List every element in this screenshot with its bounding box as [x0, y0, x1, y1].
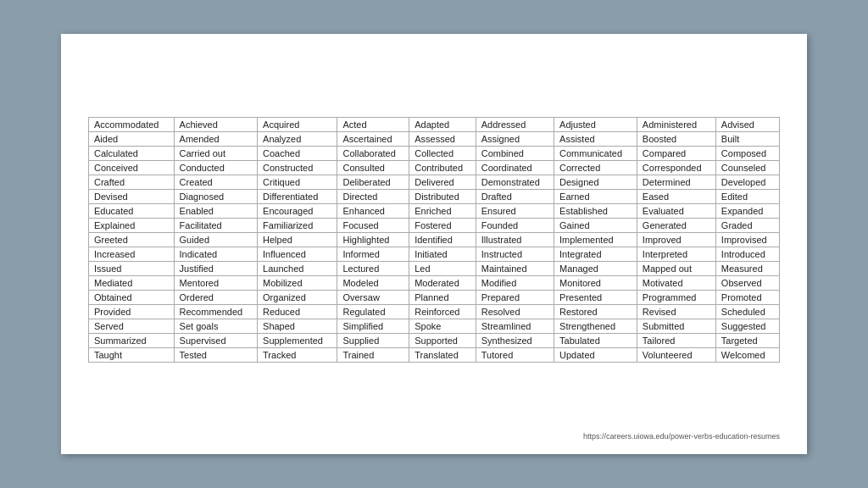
- table-cell: Directed: [337, 190, 409, 204]
- table-cell: Led: [409, 262, 476, 276]
- table-cell: Acquired: [258, 118, 337, 132]
- table-cell: Tutored: [476, 348, 554, 363]
- table-cell: Mediated: [89, 276, 175, 291]
- table-cell: Regulated: [337, 305, 409, 319]
- table-container: AccommodatedAchievedAcquiredActedAdapted…: [88, 54, 780, 425]
- table-cell: Oversaw: [337, 291, 409, 305]
- table-row: DevisedDiagnosedDifferentiatedDirectedDi…: [89, 190, 780, 204]
- table-cell: Addressed: [476, 118, 554, 132]
- table-cell: Graded: [715, 219, 779, 233]
- table-cell: Critiqued: [258, 175, 337, 190]
- table-cell: Enriched: [409, 204, 476, 219]
- table-cell: Presented: [554, 291, 637, 305]
- table-cell: Introduced: [715, 247, 779, 262]
- table-cell: Carried out: [174, 147, 257, 161]
- table-cell: Aided: [89, 132, 175, 147]
- table-cell: Collected: [409, 147, 476, 161]
- table-cell: Tested: [174, 348, 257, 363]
- verbs-table: AccommodatedAchievedAcquiredActedAdapted…: [88, 117, 780, 363]
- table-cell: Delivered: [409, 175, 476, 190]
- table-cell: Modeled: [337, 276, 409, 291]
- table-row: GreetedGuidedHelpedHighlightedIdentified…: [89, 233, 780, 247]
- table-cell: Familiarized: [258, 219, 337, 233]
- table-cell: Coached: [258, 147, 337, 161]
- table-cell: Tabulated: [554, 334, 637, 348]
- table-cell: Obtained: [89, 291, 175, 305]
- table-cell: Assigned: [476, 132, 554, 147]
- table-row: ConceivedConductedConstructedConsultedCo…: [89, 161, 780, 175]
- table-row: IssuedJustifiedLaunchedLecturedLedMainta…: [89, 262, 780, 276]
- table-cell: Improvised: [715, 233, 779, 247]
- table-cell: Crafted: [89, 175, 175, 190]
- table-cell: Diagnosed: [174, 190, 257, 204]
- table-cell: Devised: [89, 190, 175, 204]
- table-cell: Instructed: [476, 247, 554, 262]
- table-cell: Promoted: [715, 291, 779, 305]
- table-cell: Submitted: [637, 319, 715, 334]
- table-cell: Restored: [554, 305, 637, 319]
- table-cell: Integrated: [554, 247, 637, 262]
- table-cell: Tailored: [637, 334, 715, 348]
- table-cell: Revised: [637, 305, 715, 319]
- table-cell: Boosted: [637, 132, 715, 147]
- table-cell: Conducted: [174, 161, 257, 175]
- table-cell: Targeted: [715, 334, 779, 348]
- table-cell: Served: [89, 319, 175, 334]
- table-cell: Demonstrated: [476, 175, 554, 190]
- table-cell: Tracked: [258, 348, 337, 363]
- table-cell: Adapted: [409, 118, 476, 132]
- table-cell: Deliberated: [337, 175, 409, 190]
- slide: AccommodatedAchievedAcquiredActedAdapted…: [61, 34, 807, 454]
- table-cell: Eased: [637, 190, 715, 204]
- table-cell: Compared: [637, 147, 715, 161]
- table-cell: Differentiated: [258, 190, 337, 204]
- table-row: AidedAmendedAnalyzedAscertainedAssessedA…: [89, 132, 780, 147]
- table-cell: Educated: [89, 204, 175, 219]
- table-cell: Managed: [554, 262, 637, 276]
- table-cell: Resolved: [476, 305, 554, 319]
- table-cell: Drafted: [476, 190, 554, 204]
- table-cell: Focused: [337, 219, 409, 233]
- table-cell: Indicated: [174, 247, 257, 262]
- table-cell: Improved: [637, 233, 715, 247]
- table-cell: Mobilized: [258, 276, 337, 291]
- table-cell: Ascertained: [337, 132, 409, 147]
- table-cell: Generated: [637, 219, 715, 233]
- table-cell: Maintained: [476, 262, 554, 276]
- table-cell: Established: [554, 204, 637, 219]
- table-cell: Edited: [715, 190, 779, 204]
- table-cell: Adjusted: [554, 118, 637, 132]
- table-cell: Launched: [258, 262, 337, 276]
- table-cell: Encouraged: [258, 204, 337, 219]
- table-cell: Influenced: [258, 247, 337, 262]
- table-row: TaughtTestedTrackedTrainedTranslatedTuto…: [89, 348, 780, 363]
- table-cell: Suggested: [715, 319, 779, 334]
- table-cell: Recommended: [174, 305, 257, 319]
- table-cell: Consulted: [337, 161, 409, 175]
- table-cell: Calculated: [89, 147, 175, 161]
- table-cell: Highlighted: [337, 233, 409, 247]
- table-cell: Guided: [174, 233, 257, 247]
- table-cell: Supplemented: [258, 334, 337, 348]
- table-cell: Facilitated: [174, 219, 257, 233]
- table-cell: Communicated: [554, 147, 637, 161]
- table-cell: Evaluated: [637, 204, 715, 219]
- table-cell: Translated: [409, 348, 476, 363]
- table-cell: Mapped out: [637, 262, 715, 276]
- table-cell: Reduced: [258, 305, 337, 319]
- table-cell: Issued: [89, 262, 175, 276]
- table-cell: Gained: [554, 219, 637, 233]
- table-cell: Prepared: [476, 291, 554, 305]
- table-cell: Enhanced: [337, 204, 409, 219]
- table-cell: Simplified: [337, 319, 409, 334]
- table-row: CraftedCreatedCritiquedDeliberatedDelive…: [89, 175, 780, 190]
- table-cell: Assessed: [409, 132, 476, 147]
- table-cell: Identified: [409, 233, 476, 247]
- table-cell: Summarized: [89, 334, 175, 348]
- table-row: ExplainedFacilitatedFamiliarizedFocusedF…: [89, 219, 780, 233]
- table-cell: Streamlined: [476, 319, 554, 334]
- table-cell: Coordinated: [476, 161, 554, 175]
- table-cell: Shaped: [258, 319, 337, 334]
- table-row: ProvidedRecommendedReducedRegulatedReinf…: [89, 305, 780, 319]
- table-cell: Synthesized: [476, 334, 554, 348]
